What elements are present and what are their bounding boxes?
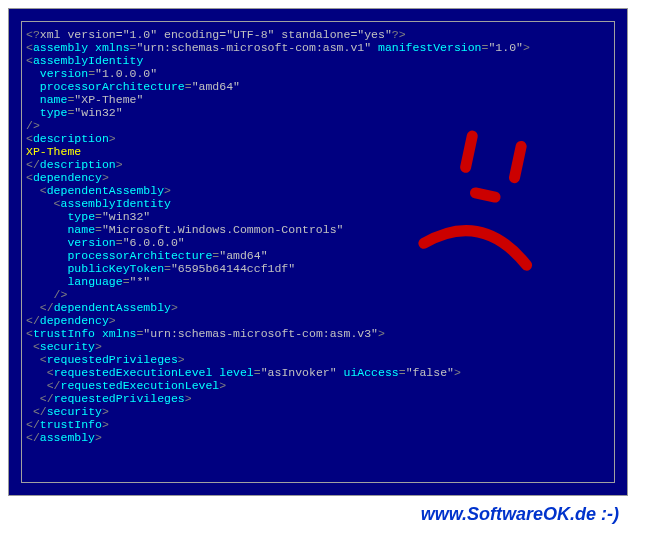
version-val: "1.0.0.0" — [95, 67, 157, 80]
pkt-attr: publicKeyToken — [67, 262, 164, 275]
dep-name-attr: name — [67, 223, 95, 236]
assembly-tag: assembly — [33, 41, 88, 54]
xml-decl-name: xml — [40, 28, 61, 41]
procarch-val: "amd64" — [192, 80, 240, 93]
xml-code: <?xml version="1.0" encoding="UTF-8" sta… — [26, 28, 610, 444]
dep-version-attr: version — [67, 236, 115, 249]
dep-name-val: "Microsoft.Windows.Common-Controls" — [102, 223, 344, 236]
console-window: <?xml version="1.0" encoding="UTF-8" sta… — [8, 8, 628, 496]
ti-xmlns-attr: xmlns — [102, 327, 137, 340]
dependentassembly-open: dependentAssembly — [47, 184, 164, 197]
xmlns-attr: xmlns — [95, 41, 130, 54]
uiaccess-val: "false" — [406, 366, 454, 379]
description-close: description — [40, 158, 116, 171]
dependency-open: dependency — [33, 171, 102, 184]
description-text: XP-Theme — [26, 145, 81, 158]
dep-type-val: "win32" — [102, 210, 150, 223]
name-attr: name — [40, 93, 68, 106]
dependency-close: dependency — [40, 314, 109, 327]
dep-version-val: "6.0.0.0" — [123, 236, 185, 249]
uiaccess-attr: uiAccess — [344, 366, 399, 379]
security-open: security — [40, 340, 95, 353]
xml-decl-open: <? — [26, 28, 40, 41]
requestedprivileges-open: requestedPrivileges — [47, 353, 178, 366]
type-attr: type — [40, 106, 68, 119]
pkt-val: "6595b64144ccf1df" — [171, 262, 295, 275]
name-val: "XP-Theme" — [74, 93, 143, 106]
procarch-attr: processorArchitecture — [40, 80, 185, 93]
manifestversion-attr: manifestVersion — [378, 41, 482, 54]
ti-xmlns-val: "urn:schemas-microsoft-com:asm.v3" — [143, 327, 378, 340]
dep-type-attr: type — [67, 210, 95, 223]
dep-procarch-attr: processorArchitecture — [67, 249, 212, 262]
security-close: security — [47, 405, 102, 418]
assembly-close: assembly — [40, 431, 95, 444]
rel-open: requestedExecutionLevel — [54, 366, 213, 379]
dep-assemblyidentity: assemblyIdentity — [61, 197, 171, 210]
xml-decl-close: ?> — [392, 28, 406, 41]
dependentassembly-close: dependentAssembly — [54, 301, 171, 314]
lang-attr: language — [67, 275, 122, 288]
xml-decl-attrs: version="1.0" encoding="UTF-8" standalon… — [61, 28, 392, 41]
type-val: "win32" — [74, 106, 122, 119]
trustinfo-close: trustInfo — [40, 418, 102, 431]
version-attr: version — [40, 67, 88, 80]
manifestversion-val: "1.0" — [488, 41, 523, 54]
assemblyidentity-tag: assemblyIdentity — [33, 54, 143, 67]
console-viewport: <?xml version="1.0" encoding="UTF-8" sta… — [21, 21, 615, 483]
description-open: description — [33, 132, 109, 145]
level-attr: level — [219, 366, 254, 379]
dep-procarch-val: "amd64" — [219, 249, 267, 262]
footer-watermark: www.SoftwareOK.de :-) — [421, 504, 619, 525]
level-val: "asInvoker" — [261, 366, 337, 379]
xmlns-val: "urn:schemas-microsoft-com:asm.v1" — [136, 41, 371, 54]
rel-close: requestedExecutionLevel — [61, 379, 220, 392]
requestedprivileges-close: requestedPrivileges — [54, 392, 185, 405]
lang-val: "*" — [130, 275, 151, 288]
trustinfo-open: trustInfo — [33, 327, 95, 340]
